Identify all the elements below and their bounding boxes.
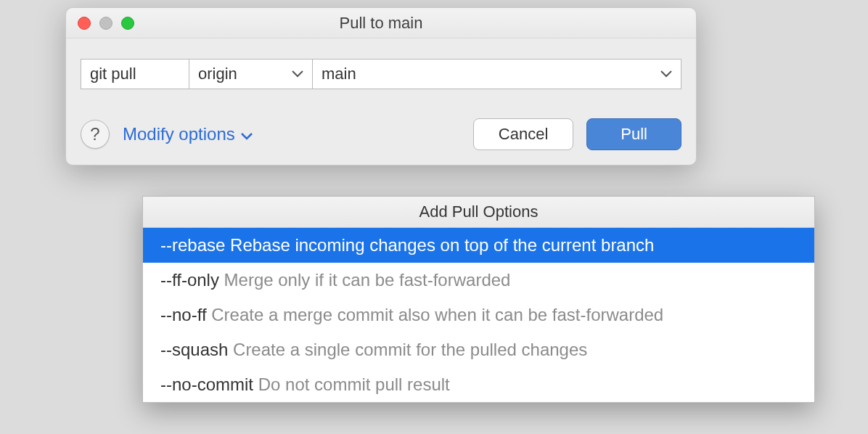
help-icon: ? <box>90 124 99 144</box>
option-flag: --rebase <box>160 235 225 255</box>
window-controls <box>78 17 134 30</box>
bottom-row: ? Modify options Cancel Pull <box>81 89 681 150</box>
cancel-button[interactable]: Cancel <box>473 118 573 150</box>
dialog-title: Pull to main <box>66 14 696 33</box>
popup-item[interactable]: --rebase Rebase incoming changes on top … <box>143 228 814 263</box>
popup-item[interactable]: --no-ff Create a merge commit also when … <box>143 298 814 332</box>
command-field[interactable]: git pull <box>81 59 189 89</box>
chevron-down-icon <box>241 124 253 144</box>
remote-select[interactable]: origin <box>189 59 313 89</box>
titlebar: Pull to main <box>66 8 696 38</box>
pull-dialog: Pull to main git pull origin main ? <box>65 7 697 165</box>
command-row: git pull origin main <box>81 59 681 89</box>
popup-item[interactable]: --squash Create a single commit for the … <box>143 332 814 367</box>
modify-options-link[interactable]: Modify options <box>123 124 253 144</box>
help-button[interactable]: ? <box>81 120 110 149</box>
command-text: git pull <box>90 65 136 83</box>
modify-options-label: Modify options <box>123 124 235 144</box>
option-desc: Create a single commit for the pulled ch… <box>228 340 587 359</box>
option-desc: Merge only if it can be fast-forwarded <box>219 270 511 290</box>
popup-item[interactable]: --ff-only Merge only if it can be fast-f… <box>143 263 814 298</box>
maximize-icon[interactable] <box>121 17 134 30</box>
chevron-down-icon <box>660 70 672 78</box>
branch-value: main <box>322 65 356 83</box>
option-flag: --squash <box>160 340 228 359</box>
close-icon[interactable] <box>78 17 91 30</box>
chevron-down-icon <box>292 70 303 78</box>
option-flag: --ff-only <box>160 270 219 290</box>
remote-value: origin <box>198 65 237 83</box>
option-desc: Do not commit pull result <box>253 374 450 394</box>
popup-title: Add Pull Options <box>143 197 814 228</box>
popup-list: --rebase Rebase incoming changes on top … <box>143 228 814 402</box>
minimize-icon[interactable] <box>99 17 112 30</box>
options-popup: Add Pull Options --rebase Rebase incomin… <box>142 196 815 403</box>
pull-button[interactable]: Pull <box>586 118 681 150</box>
popup-item[interactable]: --no-commit Do not commit pull result <box>143 367 814 402</box>
option-desc: Create a merge commit also when it can b… <box>207 305 664 324</box>
option-flag: --no-ff <box>160 305 207 324</box>
branch-select[interactable]: main <box>313 59 681 89</box>
option-desc: Rebase incoming changes on top of the cu… <box>225 235 654 255</box>
option-flag: --no-commit <box>160 374 253 394</box>
dialog-content: git pull origin main ? Modify options <box>66 38 696 165</box>
